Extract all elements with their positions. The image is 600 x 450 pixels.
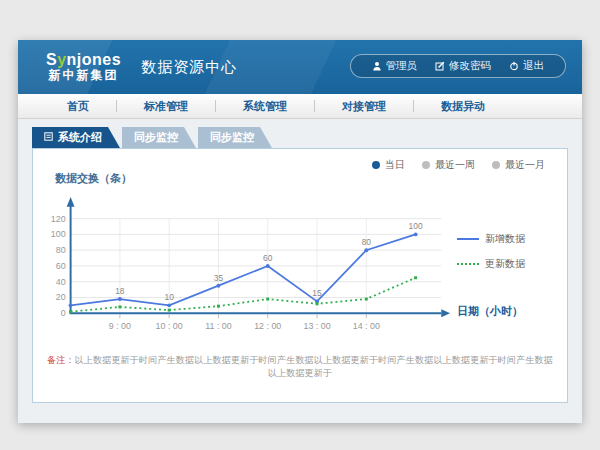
line-chart: 0204060801001209 : 0010 : 0011 : 0012 : … — [43, 188, 457, 336]
svg-text:100: 100 — [409, 221, 423, 231]
brand-logo: Synjones 新中新集团 — [46, 52, 121, 81]
y-axis-title: 数据交换（条） — [55, 171, 557, 186]
svg-text:60: 60 — [263, 253, 273, 263]
nav-item-system-management[interactable]: 系统管理 — [216, 99, 314, 114]
svg-text:0: 0 — [61, 308, 66, 318]
logout-button[interactable]: 退出 — [500, 59, 553, 73]
page-title: 数据资源中心 — [141, 58, 237, 77]
main-nav: 首页 标准管理 系统管理 对接管理 数据异动 — [18, 94, 582, 119]
filter-today[interactable]: 当日 — [372, 158, 405, 172]
document-icon — [44, 127, 53, 148]
chart-area: 0204060801001209 : 0010 : 0011 : 0012 : … — [43, 188, 557, 336]
footnote-text: 以上数据更新于时间产生数据以上数据更新于时间产生数据以上数据更新于时间产生数据以… — [75, 355, 553, 378]
filter-last-month[interactable]: 最近一月 — [492, 158, 545, 172]
svg-text:15: 15 — [312, 289, 322, 299]
svg-text:20: 20 — [56, 292, 66, 302]
tab-label: 系统介绍 — [58, 127, 102, 148]
dotted-line-icon — [457, 263, 479, 265]
edit-icon — [435, 61, 445, 71]
solid-line-icon — [457, 238, 479, 240]
brand-name: Synjones — [46, 52, 121, 69]
svg-text:10 : 00: 10 : 00 — [156, 321, 183, 331]
svg-text:35: 35 — [214, 273, 224, 283]
tab-system-intro[interactable]: 系统介绍 — [32, 127, 120, 148]
tab-label: 同步监控 — [210, 127, 254, 148]
legend-item-updated-data[interactable]: 更新数据 — [457, 257, 557, 271]
radio-dot-icon — [372, 161, 380, 169]
svg-text:60: 60 — [56, 261, 66, 271]
tab-bar: 系统介绍 同步监控 同步监控 — [32, 127, 568, 148]
legend-label: 更新数据 — [485, 257, 525, 271]
radio-dot-icon — [422, 161, 430, 169]
tab-label: 同步监控 — [134, 127, 178, 148]
legend-item-new-data[interactable]: 新增数据 — [457, 232, 557, 246]
app-window: Synjones 新中新集团 数据资源中心 管理员 修改密码 退出 首页 标准管… — [18, 40, 582, 422]
brand-accent-letter: y — [57, 51, 66, 68]
svg-text:14 : 00: 14 : 00 — [353, 321, 380, 331]
app-header: Synjones 新中新集团 数据资源中心 管理员 修改密码 退出 — [18, 40, 582, 94]
footnote: 备注：以上数据更新于时间产生数据以上数据更新于时间产生数据以上数据更新于时间产生… — [43, 354, 557, 380]
tab-sync-monitor-2[interactable]: 同步监控 — [198, 127, 272, 148]
content-area: 系统介绍 同步监控 同步监控 当日 最近一周 — [18, 119, 582, 423]
filter-label: 最近一周 — [435, 158, 475, 172]
current-user-label: 管理员 — [386, 59, 418, 73]
tab-sync-monitor-1[interactable]: 同步监控 — [122, 127, 196, 148]
nav-item-data-change[interactable]: 数据异动 — [414, 99, 512, 114]
time-range-filters: 当日 最近一周 最近一月 — [372, 158, 545, 172]
filter-last-week[interactable]: 最近一周 — [422, 158, 475, 172]
nav-item-interface-management[interactable]: 对接管理 — [315, 99, 413, 114]
current-user-button[interactable]: 管理员 — [363, 59, 427, 73]
radio-dot-icon — [492, 161, 500, 169]
power-icon — [509, 61, 519, 71]
nav-item-standard-management[interactable]: 标准管理 — [117, 99, 215, 114]
svg-text:100: 100 — [51, 229, 66, 239]
nav-item-home[interactable]: 首页 — [40, 99, 116, 114]
svg-text:9 : 00: 9 : 00 — [109, 321, 131, 331]
logout-label: 退出 — [523, 59, 544, 73]
x-axis-title: 日期（小时） — [457, 304, 523, 319]
svg-text:11 : 00: 11 : 00 — [205, 321, 232, 331]
svg-text:18: 18 — [115, 286, 125, 296]
svg-text:80: 80 — [362, 237, 372, 247]
change-password-label: 修改密码 — [449, 59, 491, 73]
svg-text:12 : 00: 12 : 00 — [254, 321, 281, 331]
chart-sidebar: 新增数据 更新数据 日期（小时） — [457, 188, 557, 336]
user-icon — [372, 61, 382, 71]
footnote-prefix: 备注： — [47, 355, 75, 365]
chart-panel: 当日 最近一周 最近一月 数据交换（条） 0204060801001209 : … — [32, 148, 568, 403]
legend-label: 新增数据 — [485, 232, 525, 246]
filter-label: 最近一月 — [505, 158, 545, 172]
filter-label: 当日 — [385, 158, 405, 172]
user-menu: 管理员 修改密码 退出 — [350, 54, 567, 78]
svg-text:120: 120 — [51, 214, 66, 224]
company-name: 新中新集团 — [46, 69, 121, 82]
svg-text:13 : 00: 13 : 00 — [303, 321, 330, 331]
change-password-button[interactable]: 修改密码 — [426, 59, 500, 73]
svg-text:40: 40 — [56, 277, 66, 287]
svg-text:10: 10 — [165, 292, 175, 302]
chart-legend: 新增数据 更新数据 — [457, 232, 557, 271]
svg-text:80: 80 — [56, 245, 66, 255]
